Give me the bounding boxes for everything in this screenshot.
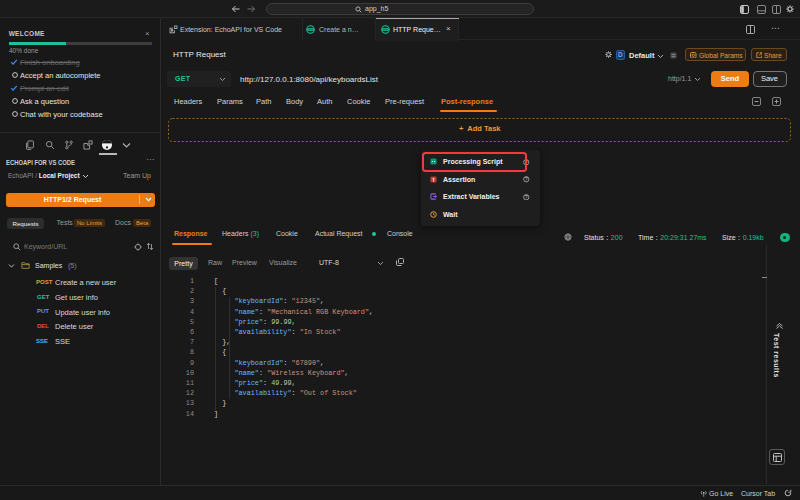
svg-text:?: ? xyxy=(525,177,528,182)
svg-text:HTTP: HTTP xyxy=(383,28,389,30)
svg-text:HTTP: HTTP xyxy=(308,28,314,30)
svg-text:?: ? xyxy=(525,194,528,199)
